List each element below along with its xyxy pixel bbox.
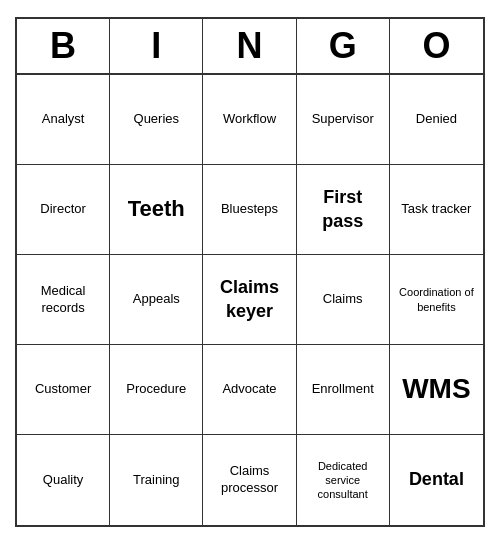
bingo-cell: Training <box>110 435 203 525</box>
bingo-cell: Medical records <box>17 255 110 345</box>
bingo-cell: Queries <box>110 75 203 165</box>
header-letter: B <box>17 19 110 73</box>
bingo-cell: Director <box>17 165 110 255</box>
bingo-cell: Claims processor <box>203 435 296 525</box>
header-letter: I <box>110 19 203 73</box>
bingo-cell: Customer <box>17 345 110 435</box>
bingo-cell: Task tracker <box>390 165 483 255</box>
bingo-cell: Supervisor <box>297 75 390 165</box>
bingo-card: BINGO AnalystQueriesWorkflowSupervisorDe… <box>15 17 485 527</box>
bingo-cell: Procedure <box>110 345 203 435</box>
bingo-grid: AnalystQueriesWorkflowSupervisorDeniedDi… <box>17 75 483 525</box>
header-letter: G <box>297 19 390 73</box>
bingo-cell: Enrollment <box>297 345 390 435</box>
bingo-cell: Claims keyer <box>203 255 296 345</box>
bingo-cell: Dental <box>390 435 483 525</box>
bingo-cell: Coordination of benefits <box>390 255 483 345</box>
bingo-cell: Advocate <box>203 345 296 435</box>
bingo-cell: Workflow <box>203 75 296 165</box>
bingo-cell: First pass <box>297 165 390 255</box>
bingo-cell: Dedicated service consultant <box>297 435 390 525</box>
bingo-cell: Analyst <box>17 75 110 165</box>
header-letter: O <box>390 19 483 73</box>
bingo-cell: Bluesteps <box>203 165 296 255</box>
bingo-cell: Teeth <box>110 165 203 255</box>
bingo-cell: Quality <box>17 435 110 525</box>
header-letter: N <box>203 19 296 73</box>
bingo-cell: Denied <box>390 75 483 165</box>
bingo-cell: Claims <box>297 255 390 345</box>
bingo-header: BINGO <box>17 19 483 75</box>
bingo-cell: WMS <box>390 345 483 435</box>
bingo-cell: Appeals <box>110 255 203 345</box>
